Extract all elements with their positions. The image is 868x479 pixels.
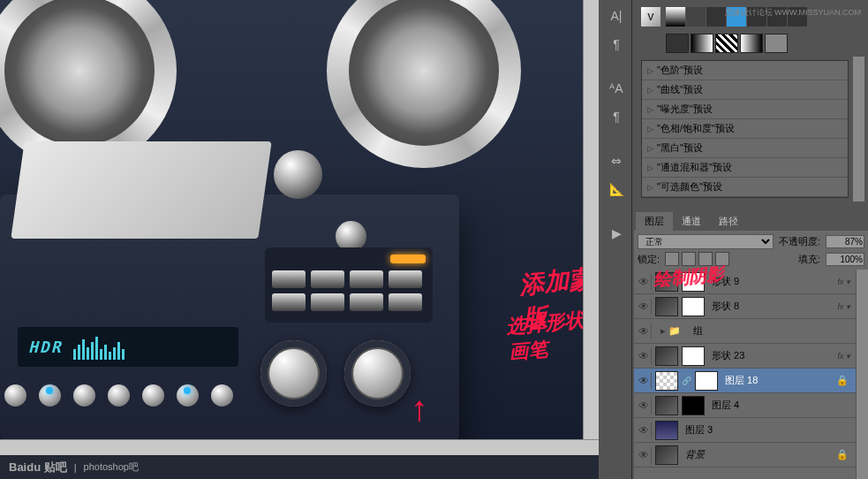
tab-paths[interactable]: 路径 — [710, 212, 747, 231]
layer-row[interactable]: 👁 图层 4 — [634, 393, 856, 418]
opacity-label: 不透明度: — [779, 235, 820, 248]
blend-mode-select[interactable]: 正常 — [638, 234, 774, 249]
group-toggle-icon[interactable]: ▸ 📁 — [655, 325, 686, 337]
footer-board-link[interactable]: photoshop吧 — [84, 460, 139, 474]
adj-icon-v[interactable]: V — [641, 7, 660, 27]
lock-label: 锁定: — [638, 253, 660, 266]
layer-fx-badge[interactable]: fx ▾ — [837, 302, 854, 311]
layer-row[interactable]: 👁 形状 8 fx ▾ — [634, 294, 856, 319]
vertical-toolbar: A| ¶ ᴬA ¶ ⇔ 📐 ▶ — [602, 0, 632, 479]
hdr-text: HDR — [28, 338, 63, 356]
layer-name[interactable]: 形状 23 — [708, 349, 834, 362]
adj-invert-icon[interactable] — [666, 34, 689, 53]
preset-scrollbar[interactable] — [852, 57, 864, 201]
layer-name[interactable]: 形状 8 — [708, 300, 834, 313]
layer-fx-badge[interactable]: fx ▾ — [837, 278, 854, 286]
play-icon[interactable]: ▶ — [606, 223, 627, 244]
layer-link-icon[interactable]: 🔗 — [682, 376, 691, 385]
button-panel — [265, 247, 433, 323]
ruler-icon[interactable]: 📐 — [606, 179, 627, 200]
artwork: HDR ↑ 添加蒙版 选择形状画笔 — [0, 0, 599, 455]
large-knob — [274, 150, 322, 199]
layer-row[interactable]: 👁 背景 🔒 — [634, 443, 856, 468]
preset-item-bw[interactable]: "黑白"预设 — [642, 139, 848, 158]
layer-name[interactable]: 图层 18 — [721, 374, 833, 387]
layer-name[interactable]: 背景 — [682, 448, 833, 461]
preset-item-curves[interactable]: "曲线"预设 — [642, 80, 848, 100]
lock-icon: 🔒 — [836, 375, 854, 386]
visibility-toggle-icon[interactable]: 👁 — [636, 348, 652, 364]
tape-deck: HDR — [0, 194, 459, 442]
layers-panel-tabs: 图层 通道 路径 — [634, 210, 868, 231]
paragraph-panel-icon[interactable]: ¶ — [606, 106, 627, 127]
layer-name[interactable]: 组 — [690, 324, 854, 338]
visibility-toggle-icon[interactable]: 👁 — [636, 274, 652, 290]
footer-bar: Baidu 贴吧 | photoshop吧 — [0, 455, 599, 479]
layer-mask-thumbnail[interactable] — [682, 346, 705, 366]
measure-icon[interactable]: ⇔ — [606, 150, 627, 171]
canvas-scrollbar-horizontal[interactable] — [0, 439, 599, 455]
canvas-area[interactable]: HDR ↑ 添加蒙版 选择形状画笔 — [0, 0, 599, 455]
layer-thumbnail[interactable] — [655, 371, 678, 391]
volume-dial-2 — [344, 340, 411, 407]
preset-item-exposure[interactable]: "曝光度"预设 — [642, 100, 848, 119]
layers-panel: 图层 通道 路径 正常 不透明度: 锁定: 填充: 绘制阴 — [634, 210, 868, 479]
canvas-scrollbar-vertical[interactable] — [583, 0, 599, 455]
character-panel-icon[interactable]: ᴬA — [606, 78, 627, 99]
tab-layers[interactable]: 图层 — [636, 212, 673, 231]
layer-thumbnail[interactable] — [655, 396, 678, 415]
deck-top-plate — [11, 141, 271, 239]
visibility-toggle-icon[interactable]: 👁 — [636, 373, 652, 389]
preset-item-hue[interactable]: "色相/饱和度"预设 — [642, 119, 848, 139]
visibility-toggle-icon[interactable]: 👁 — [636, 323, 652, 339]
adj-exposure-icon[interactable] — [706, 7, 726, 27]
adj-levels-icon[interactable] — [666, 7, 685, 27]
layer-name[interactable]: 图层 3 — [682, 423, 854, 437]
layer-row[interactable]: 👁 形状 23 fx ▾ — [634, 344, 856, 369]
watermark-text: 思缘设计论坛 WWW.MISSYUAN.COM — [725, 7, 862, 19]
layer-thumbnail[interactable] — [655, 445, 678, 465]
layer-row[interactable]: 👁 🔗 图层 18 🔒 — [634, 369, 856, 393]
preset-item-channel[interactable]: "通道混和器"预设 — [642, 158, 848, 178]
tab-channels[interactable]: 通道 — [673, 212, 710, 231]
annotation-arrow-1: ↑ — [411, 389, 428, 429]
layer-mask-thumbnail[interactable] — [682, 297, 705, 316]
layer-name[interactable]: 形状 9 — [708, 275, 834, 288]
text-tool-icon[interactable]: A| — [606, 5, 627, 27]
opacity-input[interactable] — [826, 235, 864, 248]
layer-thumbnail[interactable] — [655, 421, 678, 440]
visibility-toggle-icon[interactable]: 👁 — [636, 299, 652, 315]
layer-thumbnail[interactable] — [655, 346, 678, 366]
layer-thumbnail[interactable] — [655, 297, 678, 316]
layer-name[interactable]: 图层 4 — [708, 399, 854, 412]
preset-list: "色阶"预设 "曲线"预设 "曝光度"预设 "色相/饱和度"预设 "黑白"预设 … — [641, 60, 849, 198]
layer-fx-badge[interactable]: fx ▾ — [837, 352, 854, 361]
lock-icon: 🔒 — [836, 449, 854, 460]
preset-item-selective[interactable]: "可选颜色"预设 — [642, 178, 848, 197]
footer-logo[interactable]: Baidu 贴吧 — [9, 460, 67, 475]
paragraph-icon[interactable]: ¶ — [606, 34, 627, 55]
adjustment-icons-row2 — [662, 30, 864, 57]
fill-input[interactable] — [826, 253, 864, 266]
adjustments-panel: 思缘设计论坛 WWW.MISSYUAN.COM V "色阶"预设 " — [634, 0, 868, 205]
adj-posterize-icon[interactable] — [691, 34, 713, 53]
lcd-display: HDR — [18, 327, 238, 367]
layer-mask-thumbnail[interactable] — [695, 371, 718, 391]
visibility-toggle-icon[interactable]: 👁 — [636, 422, 652, 438]
footer-separator: | — [74, 462, 77, 473]
layer-mask-thumbnail[interactable] — [682, 396, 705, 415]
layer-row[interactable]: 👁 图层 3 — [634, 418, 856, 443]
visibility-toggle-icon[interactable]: 👁 — [636, 398, 652, 414]
layer-row[interactable]: 👁 ▸ 📁 组 — [634, 319, 856, 344]
adj-selective-icon[interactable] — [765, 34, 788, 53]
adj-curves-icon[interactable] — [686, 7, 706, 27]
visibility-toggle-icon[interactable]: 👁 — [636, 447, 652, 463]
volume-dial-1 — [260, 340, 327, 407]
adj-gradient-icon[interactable] — [740, 34, 763, 53]
preset-item-levels[interactable]: "色阶"预设 — [642, 61, 848, 80]
layers-scrollbar[interactable] — [856, 270, 868, 479]
lock-transparency-icon[interactable] — [665, 252, 679, 266]
bottom-knob-row — [4, 384, 233, 407]
equalizer-bars — [73, 335, 125, 360]
adj-threshold-icon[interactable] — [715, 34, 738, 53]
